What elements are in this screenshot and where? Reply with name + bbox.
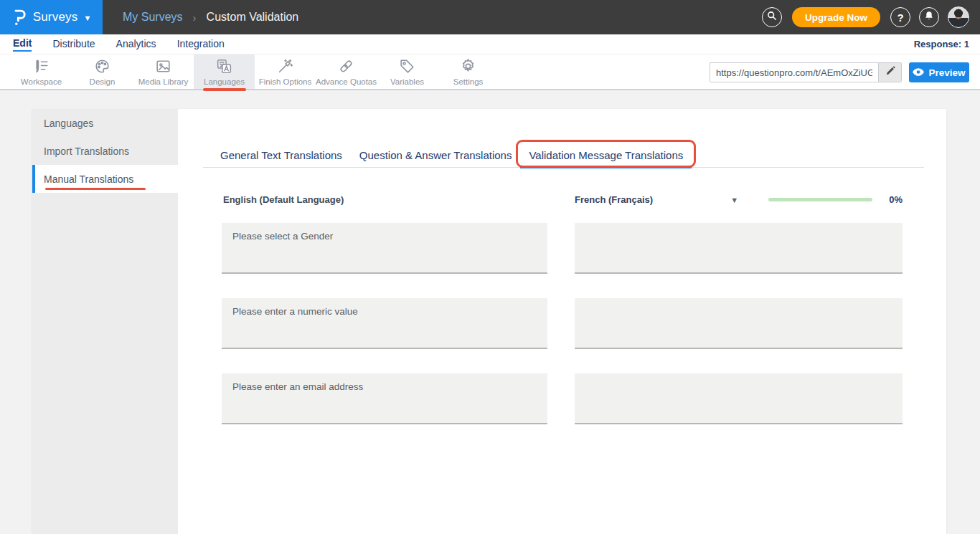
workspace-icon <box>32 57 50 75</box>
upgrade-now-button[interactable]: Upgrade Now <box>792 7 880 27</box>
edit-url-button[interactable] <box>878 62 902 82</box>
search-icon <box>767 11 777 24</box>
eye-icon <box>913 67 924 78</box>
toolbar-item-media-library[interactable]: Media Library <box>133 54 194 89</box>
tab-general-text-translations[interactable]: General Text Translations <box>212 143 351 167</box>
media-library-icon <box>154 57 172 75</box>
languages-sidebar: Languages Import Translations Manual Tra… <box>32 109 178 534</box>
tab-analytics[interactable]: Analytics <box>116 38 156 51</box>
target-text-input-row-1[interactable] <box>575 223 903 274</box>
gear-icon <box>459 57 477 75</box>
caret-down-icon[interactable]: ▼ <box>730 196 738 204</box>
breadcrumb-my-surveys[interactable]: My Surveys <box>123 11 183 24</box>
page-background: Languages Import Translations Manual Tra… <box>0 90 980 534</box>
languages-translate-icon <box>215 57 233 75</box>
sidebar-item-import-translations[interactable]: Import Translations <box>32 137 178 165</box>
product-switcher[interactable]: Surveys ▼ <box>0 0 103 34</box>
toolbar-item-finish-options[interactable]: Finish Options <box>255 54 316 89</box>
target-language-select[interactable]: French (Français) <box>575 194 653 205</box>
toolbar-item-workspace[interactable]: Workspace <box>11 54 72 89</box>
tab-validation-message-translations[interactable]: Validation Message Translations <box>520 143 692 168</box>
translations-panel: Languages Import Translations Manual Tra… <box>32 109 946 534</box>
chevron-down-icon: ▼ <box>83 14 91 22</box>
toolbar-item-settings[interactable]: Settings <box>438 54 499 89</box>
translation-tabbar: General Text Translations Question & Ans… <box>203 143 924 168</box>
annotation-red-underline-languages <box>203 88 246 91</box>
topbar-actions: Upgrade Now ? <box>762 6 980 28</box>
questionpro-logo-icon <box>11 8 27 27</box>
breadcrumb-separator-icon: › <box>193 11 197 24</box>
breadcrumb-current-survey: Custom Validation <box>207 11 299 24</box>
tag-icon <box>398 57 416 75</box>
translation-grid: English (Default Language) French (Franç… <box>203 194 924 449</box>
design-palette-icon <box>93 57 111 75</box>
target-language-header: French (Français) ▼ 0% <box>575 194 903 205</box>
target-text-input-row-3[interactable] <box>575 373 903 424</box>
notifications-button[interactable] <box>919 7 939 27</box>
magic-wand-icon <box>276 57 294 75</box>
toolbar-item-design[interactable]: Design <box>72 54 133 89</box>
survey-url-group <box>710 62 902 82</box>
survey-url-input[interactable] <box>710 62 878 82</box>
question-mark-icon: ? <box>897 11 903 24</box>
tab-edit[interactable]: Edit <box>13 37 32 52</box>
translation-progress-percent: 0% <box>889 194 903 205</box>
response-count[interactable]: Response: 1 <box>914 39 969 49</box>
top-bar: Surveys ▼ My Surveys › Custom Validation… <box>0 0 980 34</box>
toolbar-item-advance-quotas[interactable]: Advance Quotas <box>316 54 377 89</box>
help-button[interactable]: ? <box>890 7 910 27</box>
bell-icon <box>924 11 934 24</box>
preview-button[interactable]: Preview <box>909 62 969 82</box>
tab-question-answer-translations[interactable]: Question & Answer Translations <box>351 143 521 167</box>
survey-section-nav: Edit Distribute Analytics Integration Re… <box>0 34 980 54</box>
sidebar-item-languages[interactable]: Languages <box>32 109 178 137</box>
tab-distribute[interactable]: Distribute <box>52 38 95 51</box>
source-text-row-3: Please enter an email address <box>222 373 547 424</box>
toolbar-item-languages[interactable]: Languages <box>194 54 255 89</box>
translation-progress-bar <box>768 198 872 201</box>
annotation-red-underline-manual-translations <box>45 188 146 190</box>
source-language-label: English (Default Language) <box>222 194 547 205</box>
user-avatar[interactable] <box>948 6 969 28</box>
target-text-input-row-2[interactable] <box>575 298 903 349</box>
search-button[interactable] <box>762 7 782 27</box>
product-name: Surveys <box>33 10 78 24</box>
toolbar-item-variables[interactable]: Variables <box>377 54 438 89</box>
source-text-row-1: Please select a Gender <box>222 223 547 274</box>
edit-toolbar: Workspace Design Media Library <box>0 54 980 90</box>
breadcrumb: My Surveys › Custom Validation <box>123 11 298 24</box>
manual-translations-content: General Text Translations Question & Ans… <box>178 109 946 534</box>
chain-link-icon <box>337 57 355 75</box>
source-text-row-2: Please enter a numeric value <box>222 298 547 349</box>
sidebar-item-manual-translations[interactable]: Manual Translations <box>32 165 178 193</box>
tab-integration[interactable]: Integration <box>177 38 225 51</box>
pencil-icon <box>885 66 895 79</box>
